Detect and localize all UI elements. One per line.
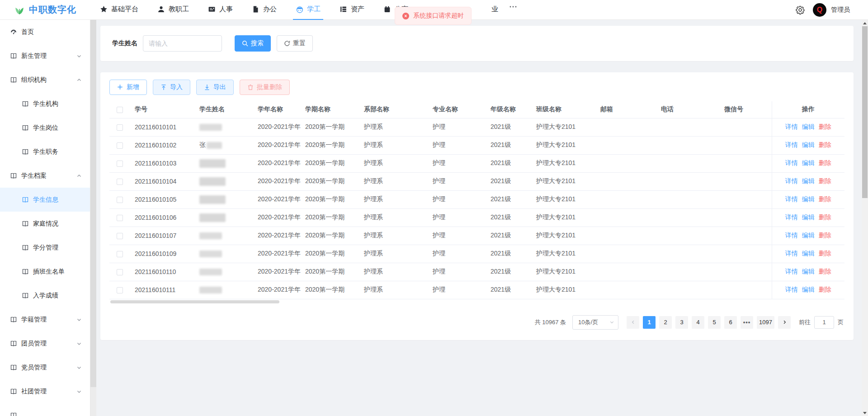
action-link-详情[interactable]: 详情 [785, 123, 798, 131]
action-link-删除[interactable]: 删除 [819, 159, 831, 167]
nav-item-7[interactable]: 业 [489, 0, 501, 20]
action-link-编辑[interactable]: 编辑 [802, 123, 815, 131]
sidebar-item-党员管理[interactable]: 党员管理 [0, 355, 90, 379]
action-link-删除[interactable]: 删除 [819, 177, 831, 185]
cell-email [596, 154, 656, 172]
page-scrollbar-thumb[interactable] [862, 26, 868, 198]
sidebar-item-新生管理[interactable]: 新生管理 [0, 44, 90, 68]
action-link-删除[interactable]: 删除 [819, 213, 831, 222]
action-link-详情[interactable]: 详情 [785, 141, 798, 149]
action-link-删除[interactable]: 删除 [819, 232, 831, 240]
row-checkbox[interactable] [117, 161, 123, 167]
cell-dept: 护理系 [359, 245, 428, 263]
action-link-详情[interactable]: 详情 [785, 177, 798, 185]
nav-item-2[interactable]: 人事 [205, 0, 236, 20]
sidebar-scrollbar[interactable] [90, 20, 96, 416]
action-link-编辑[interactable]: 编辑 [802, 195, 815, 203]
row-checkbox[interactable] [117, 233, 123, 239]
page-button-1097[interactable]: 1097 [757, 316, 774, 329]
cell-id: 202116010105 [130, 190, 195, 208]
sidebar-item-家庭情况[interactable]: 家庭情况 [0, 212, 90, 236]
goto-page-input[interactable] [814, 316, 834, 329]
sidebar-item-首页[interactable]: 首页 [0, 20, 90, 44]
add-button[interactable]: 新增 [109, 80, 147, 95]
sidebar-item-partial[interactable] [0, 403, 90, 416]
reset-button[interactable]: 重置 [277, 35, 313, 52]
scroll-up-arrow[interactable] [862, 20, 868, 26]
action-link-详情[interactable]: 详情 [785, 286, 798, 294]
page-button-3[interactable]: 3 [675, 316, 688, 329]
row-checkbox[interactable] [117, 124, 123, 131]
row-checkbox[interactable] [117, 179, 123, 185]
row-checkbox[interactable] [117, 142, 123, 149]
row-checkbox[interactable] [117, 215, 123, 221]
action-link-编辑[interactable]: 编辑 [802, 250, 815, 258]
sidebar-item-学分管理[interactable]: 学分管理 [0, 236, 90, 260]
cell-name [195, 263, 253, 281]
page-size-select[interactable]: 10条/页 [572, 315, 618, 330]
sidebar-item-学生职务[interactable]: 学生职务 [0, 140, 90, 164]
sidebar-item-学生档案[interactable]: 学生档案 [0, 164, 90, 188]
search-button[interactable]: 搜索 [235, 35, 271, 52]
student-name-input[interactable] [143, 35, 222, 52]
nav-item-4[interactable]: 学工 [293, 0, 323, 20]
select-all-checkbox[interactable] [117, 107, 123, 113]
action-link-编辑[interactable]: 编辑 [802, 213, 815, 222]
row-checkbox[interactable] [117, 251, 123, 257]
admin-label[interactable]: 管理员 [831, 6, 850, 14]
column-header-操作: 操作 [772, 101, 844, 118]
nav-more-button[interactable] [506, 0, 523, 20]
row-checkbox[interactable] [117, 287, 123, 293]
import-button[interactable]: 导入 [153, 80, 190, 95]
sidebar-item-社团管理[interactable]: 社团管理 [0, 379, 90, 403]
sidebar-item-学籍管理[interactable]: 学籍管理 [0, 307, 90, 331]
page-button-6[interactable]: 6 [724, 316, 737, 329]
action-link-详情[interactable]: 详情 [785, 250, 798, 258]
sidebar-item-团员管理[interactable]: 团员管理 [0, 331, 90, 355]
page-scrollbar[interactable] [862, 20, 868, 416]
action-link-编辑[interactable]: 编辑 [802, 159, 815, 167]
page-button-1[interactable]: 1 [643, 316, 656, 329]
action-link-详情[interactable]: 详情 [785, 232, 798, 240]
action-link-详情[interactable]: 详情 [785, 213, 798, 222]
scroll-down-arrow[interactable] [862, 410, 868, 416]
action-link-删除[interactable]: 删除 [819, 195, 831, 203]
horizontal-scrollbar-thumb[interactable] [110, 300, 279, 303]
nav-item-3[interactable]: 办公 [249, 0, 279, 20]
action-link-编辑[interactable]: 编辑 [802, 232, 815, 240]
nav-item-1[interactable]: 教职工 [155, 0, 192, 20]
batch-delete-button[interactable]: 批量删除 [240, 80, 290, 95]
sidebar-item-插班生名单[interactable]: 插班生名单 [0, 260, 90, 284]
app-logo[interactable]: 中职数字化 [14, 4, 76, 16]
nav-item-5[interactable]: 资产 [337, 0, 367, 20]
action-link-删除[interactable]: 删除 [819, 286, 831, 294]
row-checkbox[interactable] [117, 197, 123, 203]
action-link-编辑[interactable]: 编辑 [802, 286, 815, 294]
row-checkbox[interactable] [117, 269, 123, 275]
action-link-详情[interactable]: 详情 [785, 268, 798, 276]
sidebar-item-学生机构[interactable]: 学生机构 [0, 92, 90, 116]
page-button-4[interactable]: 4 [692, 316, 704, 329]
next-page-button[interactable] [778, 316, 791, 329]
action-link-详情[interactable]: 详情 [785, 195, 798, 203]
action-link-编辑[interactable]: 编辑 [802, 141, 815, 149]
action-link-删除[interactable]: 删除 [819, 123, 831, 131]
avatar[interactable]: Q [813, 3, 826, 17]
action-link-编辑[interactable]: 编辑 [802, 177, 815, 185]
sidebar-item-学生岗位[interactable]: 学生岗位 [0, 116, 90, 140]
page-ellipsis-button[interactable]: ••• [741, 316, 753, 329]
page-button-2[interactable]: 2 [659, 316, 672, 329]
action-link-删除[interactable]: 删除 [819, 141, 831, 149]
sidebar-item-组织机构[interactable]: 组织机构 [0, 68, 90, 92]
action-link-详情[interactable]: 详情 [785, 159, 798, 167]
page-button-5[interactable]: 5 [708, 316, 721, 329]
prev-page-button[interactable] [627, 316, 639, 329]
settings-gear-icon[interactable] [796, 5, 805, 14]
export-button[interactable]: 导出 [196, 80, 234, 95]
action-link-编辑[interactable]: 编辑 [802, 268, 815, 276]
action-link-删除[interactable]: 删除 [819, 250, 831, 258]
sidebar-item-学生信息[interactable]: 学生信息 [0, 188, 90, 212]
action-link-删除[interactable]: 删除 [819, 268, 831, 276]
sidebar-item-入学成绩[interactable]: 入学成绩 [0, 284, 90, 307]
nav-item-0[interactable]: 基础平台 [97, 0, 141, 20]
